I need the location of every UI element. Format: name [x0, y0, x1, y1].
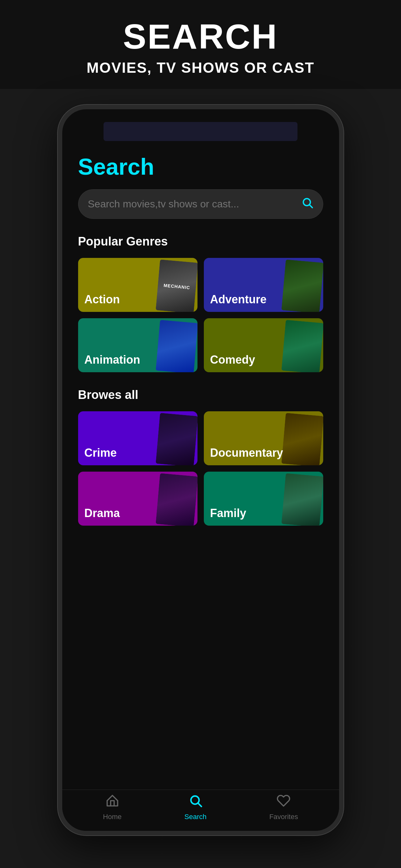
poster-action — [156, 259, 197, 312]
genre-label-documentary: Documentary — [210, 446, 283, 460]
genre-label-comedy: Comedy — [210, 353, 255, 367]
genre-card-family[interactable]: Family — [204, 472, 323, 526]
screen-content: Search Popular Genres Action — [62, 141, 339, 580]
genre-label-action: Action — [85, 293, 120, 306]
nav-label-home: Home — [103, 813, 122, 821]
genre-label-family: Family — [210, 506, 246, 520]
genre-card-adventure[interactable]: Adventure — [204, 258, 323, 312]
genre-card-animation[interactable]: Animation — [78, 318, 197, 372]
genre-label-drama: Drama — [85, 506, 120, 520]
home-icon — [105, 794, 119, 811]
phone-notch — [103, 122, 297, 141]
poster-documentary — [281, 413, 323, 465]
svg-line-1 — [310, 205, 312, 208]
phone-side-btn-3 — [58, 262, 61, 287]
phone-side-btn-2 — [58, 230, 61, 255]
nav-item-favorites[interactable]: Favorites — [269, 794, 298, 821]
genre-label-adventure: Adventure — [210, 293, 267, 306]
nav-label-favorites: Favorites — [269, 813, 298, 821]
popular-genres-label: Popular Genres — [78, 235, 323, 248]
svg-line-3 — [198, 803, 201, 806]
banner-subtitle: MOVIES, TV SHOWS OR CAST — [13, 59, 388, 76]
poster-family — [281, 473, 323, 526]
nav-label-search: Search — [184, 813, 207, 821]
nav-item-search[interactable]: Search — [184, 794, 207, 821]
search-nav-icon — [189, 794, 203, 811]
favorites-icon — [277, 794, 290, 811]
genre-card-crime[interactable]: Crime — [78, 411, 197, 465]
nav-item-home[interactable]: Home — [103, 794, 122, 821]
genre-card-action[interactable]: Action — [78, 258, 197, 312]
banner-title: SEARCH — [13, 19, 388, 54]
poster-crime — [156, 413, 197, 465]
phone-frame: Search Popular Genres Action — [58, 105, 343, 835]
genre-label-crime: Crime — [85, 446, 117, 460]
search-bar[interactable] — [78, 189, 323, 219]
poster-adventure — [281, 259, 323, 312]
search-heading: Search — [78, 154, 323, 180]
poster-drama — [156, 473, 197, 526]
poster-animation — [156, 320, 197, 372]
poster-comedy — [281, 320, 323, 372]
phone-side-btn-1 — [58, 205, 61, 224]
top-banner: SEARCH MOVIES, TV SHOWS OR CAST — [0, 0, 401, 89]
genre-card-drama[interactable]: Drama — [78, 472, 197, 526]
phone-side-btn-right — [340, 236, 343, 274]
genre-card-comedy[interactable]: Comedy — [204, 318, 323, 372]
search-icon[interactable] — [301, 196, 313, 212]
popular-genres-grid: Action Adventure Animation — [78, 258, 323, 372]
genre-label-animation: Animation — [85, 353, 140, 367]
search-input[interactable] — [88, 198, 301, 210]
browse-all-grid: Crime Documentary Drama — [78, 411, 323, 526]
genre-card-documentary[interactable]: Documentary — [204, 411, 323, 465]
browse-all-label: Browes all — [78, 388, 323, 402]
bottom-nav: Home Search Favorites — [62, 789, 339, 831]
